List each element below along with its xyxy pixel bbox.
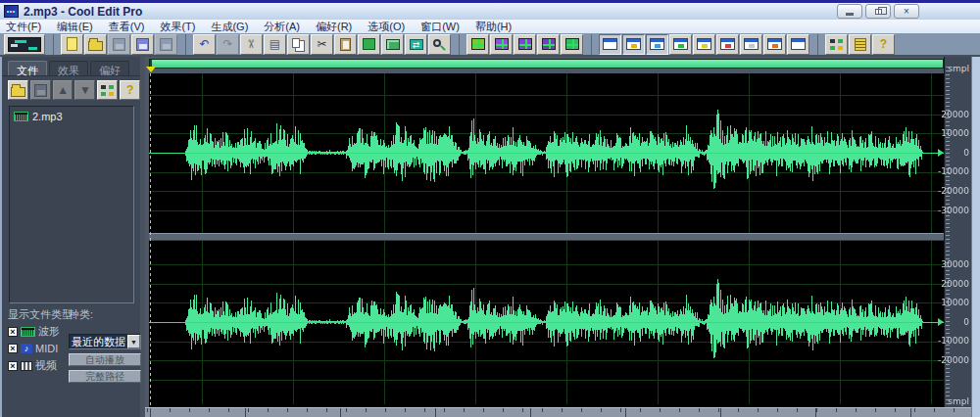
tab-files[interactable]: 文件 — [8, 61, 47, 75]
filetype-label: 波形 — [38, 324, 60, 339]
settings-button[interactable] — [825, 34, 848, 55]
help-button[interactable]: ? — [120, 80, 140, 100]
restore-button[interactable] — [865, 4, 891, 19]
amplitude-ruler[interactable]: smpl20000100000-10000-20000-300003000020… — [944, 57, 971, 417]
menu-item-2[interactable]: 查看(V) — [109, 20, 145, 34]
toggle-time-window-button[interactable] — [622, 34, 645, 55]
menu-item-4[interactable]: 生成(G) — [211, 20, 248, 34]
sort-options-icon — [101, 85, 114, 96]
trim-button[interactable]: ✂ — [240, 34, 263, 55]
toggle-main-window-icon — [603, 38, 617, 50]
save-file-button[interactable] — [108, 34, 130, 55]
toggle-placekeeper-icon — [767, 38, 782, 50]
scripts-icon — [855, 38, 866, 51]
trim-icon: ✂ — [246, 39, 258, 49]
toggle-zoom-controls-button[interactable] — [693, 34, 715, 55]
fx-grid-4-button[interactable] — [537, 34, 560, 55]
toggle-transport-window-button[interactable] — [669, 34, 692, 55]
playback-cursor-marker[interactable] — [146, 67, 156, 72]
copy-to-new-button[interactable] — [381, 34, 404, 55]
open-file-button[interactable] — [8, 80, 28, 100]
waveform-canvas-right[interactable] — [149, 241, 944, 405]
undo-button[interactable]: ↶ — [193, 34, 216, 55]
toggle-main-window-button[interactable] — [599, 34, 621, 55]
checkbox-0[interactable]: × — [8, 327, 18, 337]
fx-grid-5-button[interactable] — [561, 34, 583, 55]
close-button[interactable]: × — [894, 4, 919, 19]
menu-item-7[interactable]: 选项(O) — [368, 20, 405, 34]
open-file-button[interactable] — [84, 34, 107, 55]
full-paths-button[interactable]: 完整路径 — [69, 370, 141, 383]
copy-button[interactable] — [287, 34, 310, 55]
menu-item-1[interactable]: 编辑(E) — [57, 20, 93, 34]
paste-button[interactable] — [334, 34, 357, 55]
help-icon: ? — [126, 84, 133, 96]
fx-grid-3-button[interactable] — [514, 34, 536, 55]
mix-paste-button[interactable] — [358, 34, 380, 55]
file-list[interactable]: 2.mp3 — [9, 106, 134, 303]
dropdown-arrow-icon[interactable]: ▼ — [127, 335, 140, 348]
fx-grid-2-button[interactable] — [490, 34, 513, 55]
insert-multitrack-button[interactable]: ▲ — [53, 80, 74, 100]
cut-button[interactable]: ✂ — [311, 34, 333, 55]
auto-play-button[interactable]: 自动播放 — [69, 353, 141, 366]
minimize-button[interactable] — [837, 4, 862, 19]
menu-item-0[interactable]: 文件(F) — [6, 20, 41, 34]
close-icon: × — [904, 7, 909, 17]
help-button[interactable]: ? — [872, 34, 895, 55]
toolbar-group-0 — [4, 34, 54, 55]
fx-grid-5-icon — [565, 38, 579, 50]
sort-value: 最近的数据 — [72, 335, 125, 349]
window-frame-right — [971, 57, 980, 417]
playback-cursor-line — [150, 73, 151, 407]
toggle-time-display-button[interactable] — [716, 34, 739, 55]
toolbar-group-3 — [466, 34, 592, 55]
new-file-button[interactable] — [61, 34, 83, 55]
waveform-canvas-left[interactable] — [149, 73, 944, 234]
tab-favorites[interactable]: 偏好 — [90, 61, 129, 75]
redo-icon: ↷ — [222, 38, 232, 50]
menu-item-5[interactable]: 分析(A) — [264, 20, 300, 34]
fx-grid-1-button[interactable] — [466, 34, 489, 55]
menu-item-9[interactable]: 帮助(H) — [475, 20, 512, 34]
fx-grid-4-icon — [542, 38, 556, 50]
sort-dropdown[interactable]: 最近的数据 ▼ — [69, 334, 141, 349]
filetype-row-0: ×波形 — [8, 324, 60, 339]
toggle-cue-window-button[interactable] — [646, 34, 668, 55]
channel-divider[interactable] — [149, 233, 944, 241]
checkbox-1[interactable]: × — [8, 344, 18, 353]
toggle-level-meters-button[interactable] — [740, 34, 762, 55]
zoom-to-selection-icon — [433, 39, 441, 47]
tab-effects[interactable]: 效果 — [49, 61, 88, 75]
properties-button[interactable]: ▤ — [264, 34, 286, 55]
timeline-ruler[interactable] — [145, 407, 971, 417]
save-as-button[interactable] — [131, 34, 154, 55]
menu-item-8[interactable]: 窗口(W) — [420, 20, 460, 34]
video-file-icon — [21, 361, 32, 371]
toolbar-group-1 — [61, 34, 186, 55]
file-list-item[interactable]: 2.mp3 — [14, 111, 129, 122]
save-all-button[interactable] — [155, 34, 177, 55]
minimize-icon — [846, 13, 854, 16]
checkbox-2[interactable]: × — [8, 361, 18, 371]
toolbar: ↶↷✂▤✂⇄? — [0, 33, 980, 57]
redo-button[interactable]: ↷ — [217, 34, 239, 55]
toggle-placekeeper-button[interactable] — [763, 34, 786, 55]
menu-item-3[interactable]: 效果(T) — [160, 20, 195, 34]
scripts-button[interactable] — [849, 34, 871, 55]
overview-scroll-bar[interactable] — [149, 59, 944, 69]
toggle-status-bar-button[interactable] — [787, 34, 809, 55]
sort-options-button[interactable] — [97, 80, 118, 100]
close-file-button[interactable] — [30, 80, 51, 100]
zoom-to-selection-button[interactable] — [428, 34, 451, 55]
settings-icon — [830, 39, 843, 50]
fx-grid-2-icon — [495, 38, 509, 50]
menu-item-6[interactable]: 偏好(R) — [316, 20, 352, 34]
multitrack-view-icon — [8, 37, 41, 52]
ruler-label-top-2: 10000 — [941, 128, 969, 138]
convert-sample-type-button[interactable]: ⇄ — [405, 34, 427, 55]
ruler-label-bottom-2: 10000 — [941, 298, 969, 307]
insert-cd-button[interactable]: ▼ — [74, 80, 95, 100]
ruler-label-top-1: 20000 — [941, 110, 969, 119]
multitrack-view-button[interactable] — [4, 34, 45, 55]
